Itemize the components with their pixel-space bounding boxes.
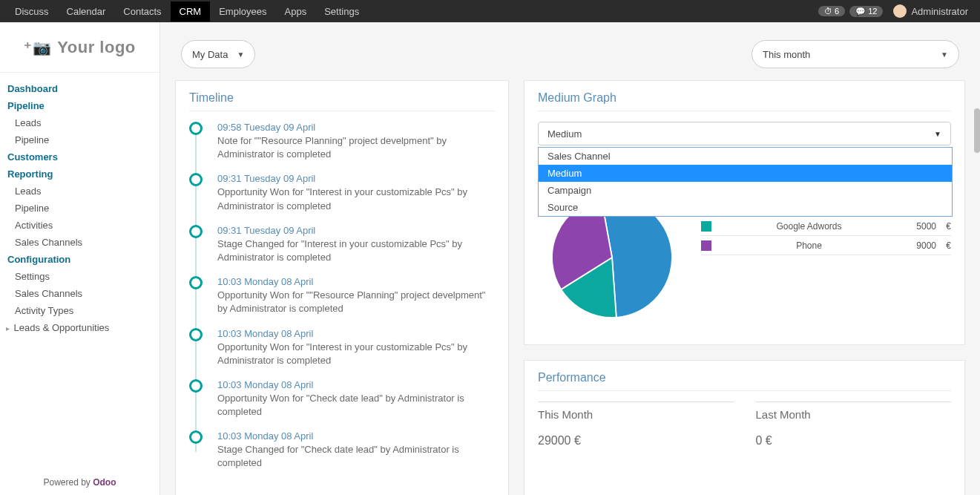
this-month-label: This Month xyxy=(538,408,734,421)
sidebar-item-leads[interactable]: Leads xyxy=(0,114,160,131)
timeline-dot-icon xyxy=(189,173,203,186)
sidebar-header-pipeline[interactable]: Pipeline xyxy=(0,97,160,114)
sidebar-item-sales-channels[interactable]: Sales Channels xyxy=(0,285,160,302)
timeline-dot-icon xyxy=(189,225,203,238)
sidebar: ⁺📷 Your logo DashboardPipelineLeadsPipel… xyxy=(0,22,160,495)
timeline-item: 10:03 Monday 08 AprilStage Changed for "… xyxy=(189,430,495,470)
legend-swatch-icon xyxy=(701,221,711,232)
data-scope-select[interactable]: My Data▼ xyxy=(181,40,255,68)
sidebar-header-customers[interactable]: Customers xyxy=(0,148,160,165)
dropdown-option-source[interactable]: Source xyxy=(539,199,952,216)
legend-value: 5000 xyxy=(892,221,936,232)
last-month-value: 0 € xyxy=(756,434,952,448)
chevron-down-icon: ▼ xyxy=(934,130,941,138)
timeline-dot-icon xyxy=(189,328,203,341)
timeline-text: Stage Changed for "Interest in your cust… xyxy=(217,237,495,264)
timeline-text: Stage Changed for "Check date lead" by A… xyxy=(217,443,495,470)
timeline-time: 10:03 Monday 08 April xyxy=(217,328,495,339)
timeline-text: Opportunity Won for "Interest in your cu… xyxy=(217,186,495,212)
timeline-dot-icon xyxy=(189,122,203,135)
sidebar-item-leads-&-opportunities[interactable]: ▸ Leads & Opportunities xyxy=(0,319,160,336)
nav-apps[interactable]: Apps xyxy=(276,1,316,22)
logo-text: Your logo xyxy=(57,38,136,57)
timeline-time: 10:03 Monday 08 April xyxy=(217,379,495,390)
timeline-item: 10:03 Monday 08 AprilOpportunity Won for… xyxy=(189,328,495,367)
legend-row: Phone9000€ xyxy=(701,236,951,255)
performance-panel: Performance This Month 29000 € Last Mont… xyxy=(524,360,965,495)
user-name: Administrator xyxy=(911,6,968,17)
legend-label: Phone xyxy=(726,240,892,251)
timeline-text: Opportunity Won for "Check date lead" by… xyxy=(217,392,495,419)
timeline-dot-icon xyxy=(189,379,203,393)
dashboard-toolbar: My Data▼ This month▼ xyxy=(160,22,980,80)
period-select[interactable]: This month▼ xyxy=(752,40,959,68)
nav-discuss[interactable]: Discuss xyxy=(6,1,58,22)
nav-settings[interactable]: Settings xyxy=(315,1,368,22)
sidebar-item-activity-types[interactable]: Activity Types xyxy=(0,302,160,319)
scrollbar[interactable] xyxy=(971,22,980,495)
legend-currency: € xyxy=(936,240,951,251)
timeline-time: 09:31 Tuesday 09 April xyxy=(217,225,495,236)
top-navbar: DiscussCalendarContactsCRMEmployeesAppsS… xyxy=(0,0,980,22)
pie-chart xyxy=(538,197,686,331)
dropdown-option-campaign[interactable]: Campaign xyxy=(539,182,952,199)
legend-value: 9000 xyxy=(892,240,936,251)
dropdown-option-sales-channel[interactable]: Sales Channel xyxy=(539,148,952,165)
legend-row: Google Adwords5000€ xyxy=(701,217,951,236)
legend-label: Google Adwords xyxy=(726,221,892,232)
panel-title: Performance xyxy=(538,371,951,391)
nav-calendar[interactable]: Calendar xyxy=(58,1,115,22)
sidebar-item-pipeline[interactable]: Pipeline xyxy=(0,131,160,148)
avatar xyxy=(893,4,907,18)
user-menu[interactable]: Administrator xyxy=(887,4,974,18)
panel-title: Medium Graph xyxy=(538,91,951,111)
last-month-label: Last Month xyxy=(756,408,952,421)
timeline-item: 10:03 Monday 08 AprilOpportunity Won for… xyxy=(189,379,495,419)
sidebar-item-settings[interactable]: Settings xyxy=(0,268,160,285)
sidebar-item-sales-channels[interactable]: Sales Channels xyxy=(0,234,160,251)
main-content: My Data▼ This month▼ Timeline 09:58 Tues… xyxy=(160,22,980,495)
sidebar-item-pipeline[interactable]: Pipeline xyxy=(0,200,160,217)
timeline-text: Opportunity Won for "Interest in your cu… xyxy=(217,341,495,367)
chevron-down-icon: ▼ xyxy=(941,50,948,59)
nav-contacts[interactable]: Contacts xyxy=(114,1,170,22)
timeline-time: 09:31 Tuesday 09 April xyxy=(217,173,495,184)
nav-employees[interactable]: Employees xyxy=(210,1,275,22)
timeline-dot-icon xyxy=(189,430,203,444)
messages-badge[interactable]: 💬 12 xyxy=(849,6,883,17)
medium-dropdown[interactable]: Medium ▼ Sales ChannelMediumCampaignSour… xyxy=(538,122,951,145)
dropdown-list: Sales ChannelMediumCampaignSource xyxy=(538,147,953,217)
timeline-dot-icon xyxy=(189,276,203,289)
medium-graph-panel: Medium Graph Medium ▼ Sales ChannelMediu… xyxy=(524,80,965,345)
sidebar-item-leads[interactable]: Leads xyxy=(0,183,160,200)
odoo-link[interactable]: Odoo xyxy=(93,477,116,488)
sidebar-header-dashboard[interactable]: Dashboard xyxy=(0,80,160,97)
caret-right-icon: ▸ xyxy=(6,324,10,332)
timeline-time: 10:03 Monday 08 April xyxy=(217,430,495,442)
camera-add-icon: ⁺📷 xyxy=(24,39,51,56)
activity-badge[interactable]: ⏱ 6 xyxy=(818,6,845,16)
timeline-time: 09:58 Tuesday 09 April xyxy=(217,122,495,133)
powered-by: Powered by Odoo xyxy=(0,470,160,495)
dropdown-option-medium[interactable]: Medium xyxy=(539,165,952,182)
timeline-text: Opportunity Won for ""Resource Planning"… xyxy=(217,289,495,315)
legend-swatch-icon xyxy=(701,240,711,251)
sidebar-header-reporting[interactable]: Reporting xyxy=(0,165,160,183)
sidebar-header-configuration[interactable]: Configuration xyxy=(0,251,160,268)
this-month-value: 29000 € xyxy=(538,434,734,448)
timeline-item: 09:31 Tuesday 09 AprilStage Changed for … xyxy=(189,225,495,264)
panel-title: Timeline xyxy=(189,91,495,111)
timeline-panel: Timeline 09:58 Tuesday 09 AprilNote for … xyxy=(175,80,509,495)
timeline-text: Note for ""Resource Planning" project de… xyxy=(217,134,495,161)
chevron-down-icon: ▼ xyxy=(237,50,244,59)
legend-currency: € xyxy=(936,221,951,232)
timeline-item: 10:03 Monday 08 AprilOpportunity Won for… xyxy=(189,276,495,315)
logo[interactable]: ⁺📷 Your logo xyxy=(0,22,160,73)
timeline-time: 10:03 Monday 08 April xyxy=(217,276,495,287)
nav-crm[interactable]: CRM xyxy=(171,1,211,22)
timeline-item: 09:31 Tuesday 09 AprilOpportunity Won fo… xyxy=(189,173,495,212)
sidebar-item-activities[interactable]: Activities xyxy=(0,217,160,234)
timeline-item: 09:58 Tuesday 09 AprilNote for ""Resourc… xyxy=(189,122,495,161)
